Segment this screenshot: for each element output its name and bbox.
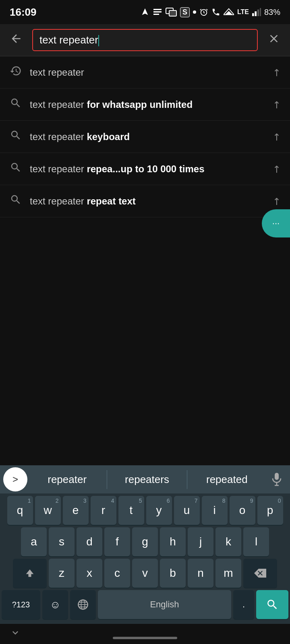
search-key[interactable] [256,590,288,619]
search-icon [10,129,30,144]
svg-rect-1 [153,11,162,12]
teams-icon [166,8,177,17]
suggestion-text: text repeater keyboard [30,131,272,142]
search-icon [10,194,30,208]
svg-rect-9 [252,13,254,16]
key-e[interactable]: 3e [63,496,89,525]
search-value: text repeater [39,34,98,46]
status-icons: S LTE 83% [141,7,280,17]
key-c[interactable]: c [104,559,130,588]
globe-key[interactable] [70,590,96,619]
suggestion-text: text repeater repea...up to 10 000 times [30,163,272,175]
word-suggestion-3[interactable]: repeated [187,470,267,489]
keyboard-row-2: a s d f g h j k l [2,527,288,556]
search-input-container[interactable]: text repeater [32,29,258,51]
s-badge: S [180,7,190,17]
search-bar: text repeater [0,24,290,56]
svg-rect-13 [275,473,279,480]
suggestion-item[interactable]: text repeater repea...up to 10 000 times… [0,153,290,185]
navigation-icon [141,8,149,17]
key-w[interactable]: 2w [35,496,61,525]
history-icon [10,65,30,80]
key-q[interactable]: 1q [7,496,33,525]
word-suggestion-items: repeater repeaters repeated [27,470,267,489]
key-b[interactable]: b [160,559,186,588]
suggestion-item[interactable]: text repeater for whatsapp unlimited ↗ [0,89,290,121]
key-z[interactable]: z [49,559,75,588]
key-u[interactable]: 7u [174,496,200,525]
word-suggestion-1[interactable]: repeater [27,470,107,489]
suggestion-text: text repeater repeat text [30,196,272,207]
svg-rect-11 [257,10,259,17]
svg-rect-12 [260,8,261,16]
alarm-icon [199,8,208,17]
key-k[interactable]: k [215,527,241,556]
battery-indicator: 83% [264,8,280,17]
key-h[interactable]: h [160,527,186,556]
svg-rect-2 [153,14,159,15]
keyboard-down-button[interactable] [10,627,21,641]
suggestion-item[interactable]: text repeater ↗ [0,56,290,89]
search-icon [10,161,30,176]
svg-rect-10 [255,11,257,16]
text-cursor [98,35,99,46]
emoji-key[interactable]: ☺ [42,590,68,619]
search-input-text: text repeater [39,34,251,46]
keyboard-row-3: z x c v b n m [2,559,288,588]
period-key[interactable]: . [233,590,254,619]
bottom-navigation [0,624,290,644]
floating-btn-label: ··· [272,218,280,229]
key-d[interactable]: d [77,527,102,556]
shift-key[interactable] [13,559,47,588]
word-suggestions-bar: > repeater repeaters repeated [0,465,290,493]
lte-label: LTE [237,8,249,16]
key-y[interactable]: 6y [146,496,172,525]
key-i[interactable]: 8i [202,496,228,525]
key-o[interactable]: 9o [230,496,255,525]
search-icon [10,97,30,112]
space-key[interactable]: English [98,590,231,619]
keyboard-rows: 1q 2w 3e 4r 5t 6y 7u 8i 9o 0p a s d f g … [0,493,290,624]
suggestions-expand-button[interactable]: > [3,467,27,491]
keyboard-area: > repeater repeaters repeated 1q 2w 3e 4… [0,465,290,644]
key-f[interactable]: f [104,527,130,556]
num-key[interactable]: ?123 [2,590,40,619]
status-bar: 16:09 S LTE 83% [0,0,290,24]
message-icon [153,7,162,17]
backspace-key[interactable] [243,559,277,588]
svg-rect-4 [169,10,176,16]
keyboard-row-1: 1q 2w 3e 4r 5t 6y 7u 8i 9o 0p [2,496,288,525]
key-p[interactable]: 0p [257,496,283,525]
key-n[interactable]: n [188,559,213,588]
suggestion-text: text repeater [30,67,272,78]
key-m[interactable]: m [215,559,241,588]
home-indicator [113,637,177,639]
key-t[interactable]: 5t [118,496,144,525]
floating-action-button[interactable]: ··· [262,209,290,237]
key-l[interactable]: l [243,527,269,556]
suggestion-item[interactable]: text repeater keyboard ↗ [0,121,290,153]
key-j[interactable]: j [188,527,213,556]
phone-icon [211,8,220,17]
keyboard-row-4: ?123 ☺ English . [2,590,288,619]
suggestion-text: text repeater for whatsapp unlimited [30,99,272,110]
clear-button[interactable] [264,29,284,51]
key-v[interactable]: v [132,559,158,588]
key-a[interactable]: a [21,527,47,556]
svg-rect-0 [153,9,162,10]
key-x[interactable]: x [77,559,102,588]
key-r[interactable]: 4r [91,496,116,525]
status-time: 16:09 [10,6,37,19]
suggestion-item[interactable]: text repeater repeat text ↗ [0,185,290,217]
expand-arrow-icon: > [12,474,18,485]
dot-indicator [193,10,196,14]
suggestions-list: text repeater ↗ text repeater for whatsa… [0,56,290,217]
mic-button[interactable] [267,472,287,487]
key-s[interactable]: s [49,527,75,556]
signal-icon [224,8,234,17]
signal-bars-icon [252,8,261,17]
key-g[interactable]: g [132,527,158,556]
back-button[interactable] [6,29,26,51]
word-suggestion-2[interactable]: repeaters [107,470,187,489]
